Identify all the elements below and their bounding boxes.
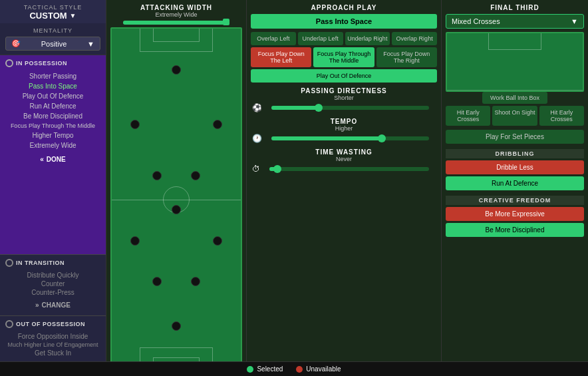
mentality-section: MENTALITY 🎯 Positive ▼: [0, 23, 106, 55]
passing-directness-fill: [271, 106, 319, 110]
approach-grid-row2: Focus Play Down The Left Focus Play Thro…: [251, 47, 437, 67]
in-transition-icon: [5, 259, 13, 267]
run-at-defence-button[interactable]: Run At Defence: [446, 176, 584, 190]
in-transition-section: IN TRANSITION Distribute Quickly Counter…: [0, 254, 106, 315]
transition-change-button[interactable]: » CHANGE: [5, 299, 100, 311]
list-item: Distribute Quickly: [5, 271, 100, 280]
tempo-slider[interactable]: [271, 136, 429, 140]
passing-directness-group: PASSING DIRECTNESS Shorter ⚽: [251, 87, 437, 112]
final-third-title: FINAL THIRD: [446, 4, 584, 11]
player-dot: [172, 205, 181, 214]
soccer-ball-icon: ⚽: [252, 103, 262, 112]
pass-into-space-button[interactable]: Pass Into Space: [251, 14, 437, 29]
final-pitch-line: [447, 90, 583, 91]
player-dot: [191, 277, 200, 286]
player-dot: [130, 236, 140, 246]
width-slider-container: [110, 21, 242, 25]
list-item[interactable]: Play Out Of Defence: [5, 91, 100, 101]
list-item[interactable]: Shorter Passing: [5, 71, 100, 81]
done-button[interactable]: « DONE: [5, 153, 100, 166]
selected-legend: Selected: [247, 365, 283, 373]
shoot-on-sight-button[interactable]: Shoot On Sight: [492, 106, 537, 126]
tempo-title: TEMPO: [251, 118, 437, 125]
selected-legend-dot: [247, 366, 253, 373]
selected-legend-label: Selected: [257, 365, 283, 373]
dribble-less-button[interactable]: Dribble Less: [446, 160, 584, 174]
tactical-style-label: TACTICAL STYLE: [3, 4, 103, 11]
width-slider-track[interactable]: [123, 21, 229, 25]
list-item[interactable]: Focus Play Through The Middle: [5, 121, 100, 130]
final-pitch-penalty: [488, 33, 541, 50]
list-item: Counter: [5, 280, 100, 288]
double-chevron-right-icon: »: [35, 301, 39, 309]
be-more-disciplined-button[interactable]: Be More Disciplined: [446, 223, 584, 237]
mentality-icon: 🎯: [11, 39, 21, 48]
list-item[interactable]: Extremely Wide: [5, 140, 100, 150]
tempo-thumb[interactable]: [378, 134, 386, 142]
overlap-right-button[interactable]: Overlap Right: [392, 32, 437, 45]
passing-directness-slider[interactable]: [271, 106, 429, 110]
tempo-value: Higher: [251, 125, 437, 132]
player-dot: [172, 65, 181, 75]
player-dot: [152, 277, 162, 286]
player-dot: [191, 171, 200, 180]
be-more-expressive-button[interactable]: Be More Expressive: [446, 207, 584, 221]
focus-play-through-middle-button[interactable]: Focus Play Through The Middle: [313, 47, 374, 67]
mentality-select[interactable]: 🎯 Positive ▼: [5, 37, 100, 51]
list-item[interactable]: Run At Defence: [5, 101, 100, 111]
time-wasting-slider[interactable]: [269, 167, 429, 171]
width-slider-thumb: [223, 19, 229, 25]
out-possession-items-list: Force Opposition Inside Much Higher Line…: [5, 332, 100, 357]
hit-early-crosses-left-button[interactable]: Hit Early Crosses: [446, 106, 490, 126]
width-slider-fill: [123, 21, 229, 25]
hit-early-crosses-right-button[interactable]: Hit Early Crosses: [539, 106, 584, 126]
overlap-left-button[interactable]: Overlap Left: [251, 32, 296, 45]
possession-items-list: Shorter Passing Pass Into Space Play Out…: [5, 71, 100, 150]
legend-bar: Selected Unavailable: [0, 361, 588, 376]
play-out-of-defence-button[interactable]: Play Out Of Defence: [251, 69, 437, 83]
time-wasting-group: TIME WASTING Never ⏱: [251, 148, 437, 174]
work-ball-into-box-button[interactable]: Work Ball Into Box: [482, 92, 547, 104]
list-item: Much Higher Line Of Engagement: [5, 341, 100, 349]
unavailable-legend-label: Unavailable: [306, 365, 341, 373]
goal-area-top: [153, 29, 200, 42]
player-dot: [213, 120, 222, 129]
mentality-label: MENTALITY: [5, 27, 100, 34]
in-possession-header: IN POSSESSION: [5, 59, 100, 67]
final-third-section: FINAL THIRD Mixed Crosses ▼ Work Ball In…: [442, 0, 588, 376]
time-wasting-value: Never: [251, 156, 437, 162]
tempo-icon: 🕐: [252, 134, 262, 143]
time-wasting-thumb[interactable]: [273, 165, 281, 173]
underlap-right-button[interactable]: Underlap Right: [345, 32, 390, 45]
time-wasting-title: TIME WASTING: [251, 148, 437, 156]
underlap-left-button[interactable]: Underlap Left: [298, 32, 343, 45]
list-item[interactable]: Pass Into Space: [5, 81, 100, 91]
tempo-fill: [271, 136, 382, 140]
focus-play-down-right-button[interactable]: Focus Play Down The Right: [376, 47, 437, 67]
final-third-pitch: [446, 32, 584, 92]
unavailable-legend: Unavailable: [296, 365, 341, 373]
in-transition-header: IN TRANSITION: [5, 259, 100, 267]
in-possession-section: IN POSSESSION Shorter Passing Pass Into …: [0, 55, 106, 254]
tempo-group: TEMPO Higher 🕐: [251, 118, 437, 143]
sliders-section: PASSING DIRECTNESS Shorter ⚽ TEMPO Highe…: [251, 87, 437, 179]
focus-play-down-left-button[interactable]: Focus Play Down The Left: [251, 47, 311, 67]
list-item: Counter-Press: [5, 288, 100, 297]
passing-directness-thumb[interactable]: [315, 104, 323, 112]
mixed-crosses-dropdown[interactable]: Mixed Crosses ▼: [446, 14, 584, 29]
attacking-width-title: ATTACKING WIDTH: [110, 4, 242, 11]
dropdown-chevron-icon: ▼: [571, 17, 578, 25]
in-possession-icon: [5, 59, 13, 67]
list-item[interactable]: Higher Tempo: [5, 130, 100, 140]
approach-play-title: APPROACH PLAY: [251, 4, 437, 11]
list-item[interactable]: Be More Disciplined: [5, 111, 100, 121]
unavailable-legend-dot: [296, 366, 303, 373]
mentality-chevron-icon: ▼: [87, 40, 94, 48]
tactical-style-value[interactable]: CUSTOM ▼: [3, 11, 103, 21]
play-for-set-pieces-button[interactable]: Play For Set Pieces: [446, 130, 584, 144]
double-chevron-left-icon: «: [40, 156, 44, 163]
list-item: Get Stuck In: [5, 349, 100, 357]
creative-freedom-divider: CREATIVE FREEDOM: [446, 196, 584, 205]
sidebar: TACTICAL STYLE CUSTOM ▼ MENTALITY 🎯 Posi…: [0, 0, 106, 376]
player-dot: [172, 321, 181, 331]
